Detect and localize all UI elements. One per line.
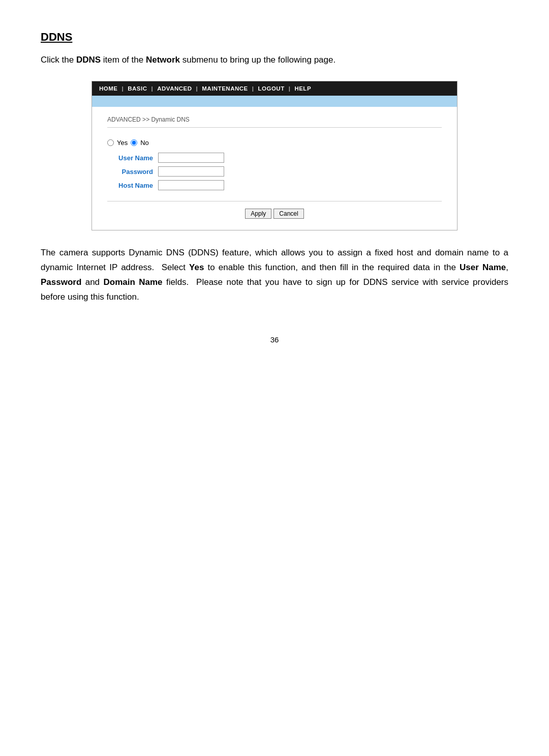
password-input[interactable] [158,166,224,177]
nav-sep-4: | [252,85,254,92]
desc-yes-bold: Yes [189,263,204,272]
nav-home: HOME [99,85,118,92]
intro-ddns-bold: DDNS [76,55,101,65]
username-input[interactable] [158,153,224,163]
router-body: ADVANCED >> Dynamic DNS Yes No User Name [92,107,457,230]
nav-logout: LOGOUT [258,85,284,92]
nav-sep-2: | [151,85,154,92]
cancel-button[interactable]: Cancel [273,209,303,219]
nav-advanced: ADVANCED [157,85,192,92]
nav-maintenance: MAINTENANCE [202,85,248,92]
nav-basic: BASIC [128,85,147,92]
intro-text-1: Click the [41,55,76,65]
button-row: Apply Cancel [107,209,442,219]
nav-sep-5: | [289,85,291,92]
desc-password-bold: Password [41,277,81,287]
yes-no-radio-row: Yes No [107,139,442,147]
username-row: User Name [107,153,442,163]
desc-domainname-bold: Domain Name [103,277,162,287]
page-title: DDNS [41,31,508,44]
nav-help: HELP [294,85,311,92]
router-ui-screenshot: HOME | BASIC | ADVANCED | MAINTENANCE | … [92,81,458,230]
desc-username-bold: User Name [460,263,506,272]
hostname-label: Host Name [107,182,153,189]
form-section: Yes No User Name Password Host Name [107,135,442,201]
intro-text-2: item of the [101,55,146,65]
no-radio[interactable] [131,139,137,146]
hostname-row: Host Name [107,180,442,190]
apply-button[interactable]: Apply [245,209,271,219]
password-label: Password [107,168,153,176]
yes-radio[interactable] [107,139,114,146]
nav-sep-1: | [122,85,124,92]
intro-text-3: submenu to bring up the following page. [180,55,336,65]
username-label: User Name [107,154,153,162]
router-nav-bar: HOME | BASIC | ADVANCED | MAINTENANCE | … [92,81,457,96]
hostname-input[interactable] [158,180,224,190]
password-row: Password [107,166,442,177]
nav-sep-3: | [196,85,198,92]
breadcrumb: ADVANCED >> Dynamic DNS [107,116,442,128]
intro-paragraph: Click the DDNS item of the Network subme… [41,53,508,67]
description-paragraph: The camera supports Dynamic DNS (DDNS) f… [41,246,508,305]
intro-network-bold: Network [146,55,180,65]
yes-radio-label[interactable]: Yes [117,139,128,147]
page-number: 36 [41,335,508,344]
no-radio-label[interactable]: No [140,139,149,147]
router-blue-bar [92,96,457,107]
